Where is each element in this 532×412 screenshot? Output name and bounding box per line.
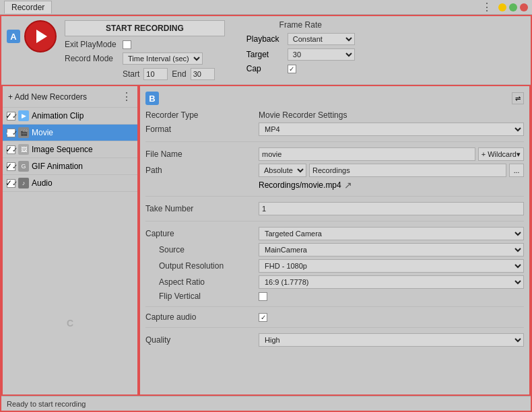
recorder-type-label: Recorder Type (145, 110, 253, 120)
title-bar: Recorder ⋮ (0, 0, 532, 15)
full-path-row: Recordings/movie.mp4 ↗ (259, 180, 524, 191)
start-input[interactable] (143, 68, 168, 80)
recorder-item-animation-clip[interactable]: ✓ ▶ Animation Clip (3, 108, 137, 125)
target-row: Target 30 (246, 48, 355, 61)
path-folder-input[interactable] (309, 164, 506, 177)
aspect-ratio-label: Aspect Ratio (145, 277, 253, 287)
image-sequence-icon: 🖼 (18, 144, 29, 155)
quality-select[interactable]: High (259, 333, 524, 347)
playback-select[interactable]: Constant (288, 33, 355, 45)
menu-dots[interactable]: ⋮ (481, 1, 493, 13)
minimize-button[interactable] (498, 3, 506, 11)
frame-rate-title: Frame Rate (246, 20, 355, 30)
record-mode-label: Record Mode (65, 54, 119, 63)
browse-button[interactable]: ... (509, 164, 524, 177)
panel-settings-icon[interactable]: ⇌ (512, 92, 524, 104)
format-label: Format (145, 125, 253, 134)
take-number-input[interactable] (259, 202, 524, 215)
settings-grid: Recorder Type Movie Recorder Settings Fo… (145, 110, 524, 347)
exit-playmode-row: Exit PlayMode (65, 40, 225, 49)
file-name-input[interactable] (259, 147, 475, 161)
capture-select[interactable]: Targeted Camera (259, 227, 524, 240)
divider-2 (145, 196, 524, 197)
divider-5 (145, 327, 524, 328)
recorder-item-gif-animation[interactable]: ✓ G GIF Animation (3, 158, 137, 175)
end-label: End (172, 69, 186, 79)
more-options-icon[interactable]: ⋮ (121, 90, 132, 103)
animation-clip-checkbox[interactable]: ✓ (7, 112, 15, 121)
main-window: A START RECORDING Exit PlayMode Record M… (0, 15, 532, 412)
target-select[interactable]: 30 (288, 48, 355, 61)
audio-icon: ♪ (18, 178, 29, 188)
path-type-select[interactable]: Absolute (259, 164, 306, 177)
section-b-badge: B (145, 92, 159, 105)
section-c-badge: C (3, 251, 137, 394)
aspect-ratio-select[interactable]: 16:9 (1.7778) (259, 275, 524, 289)
exit-playmode-checkbox[interactable] (123, 40, 131, 49)
status-message: Ready to start recording (7, 400, 86, 408)
right-panel-header: B ⇌ (145, 92, 524, 105)
gif-animation-icon: G (18, 161, 29, 172)
open-folder-icon[interactable]: ↗ (344, 180, 352, 191)
start-recording-button[interactable]: START RECORDING (65, 20, 225, 36)
flip-vertical-label: Flip Vertical (145, 291, 253, 301)
capture-label: Capture (145, 229, 253, 238)
cap-row: Cap ✓ (246, 64, 355, 73)
capture-audio-checkbox[interactable]: ✓ (259, 313, 267, 322)
cap-checkbox[interactable]: ✓ (288, 65, 296, 73)
add-recorders-button[interactable]: + Add New Recorders (8, 92, 87, 102)
file-name-label: File Name (145, 149, 253, 159)
recorder-item-image-sequence[interactable]: ✓ 🖼 Image Sequence (3, 141, 137, 158)
start-end-row: Start End (65, 68, 225, 80)
record-mode-select[interactable]: Time Interval (sec) (123, 53, 203, 65)
flip-vertical-checkbox[interactable] (259, 292, 267, 301)
take-number-label: Take Number (145, 204, 253, 213)
playback-label: Playback (246, 34, 284, 44)
recorder-item-movie[interactable]: ✓ 🎬 Movie (3, 125, 137, 141)
divider-4 (145, 306, 524, 307)
quality-label: Quality (145, 335, 253, 345)
left-panel-header: + Add New Recorders ⋮ (3, 86, 137, 108)
play-button[interactable] (24, 20, 57, 53)
recorder-list: ✓ ▶ Animation Clip ✓ 🎬 Movie ✓ 🖼 Image S… (3, 108, 137, 251)
section-a-badge: A (7, 30, 20, 43)
recorder-tab[interactable]: Recorder (4, 1, 52, 13)
format-select[interactable]: MP4 (259, 123, 524, 136)
image-sequence-checkbox[interactable]: ✓ (7, 145, 15, 154)
right-panel: B ⇌ Recorder Type Movie Recorder Setting… (139, 85, 531, 396)
audio-checkbox[interactable]: ✓ (7, 179, 15, 188)
movie-label: Movie (32, 128, 53, 137)
capture-audio-label: Capture audio (145, 312, 253, 322)
source-label: Source (145, 245, 253, 254)
close-button[interactable] (520, 3, 528, 11)
gif-animation-label: GIF Animation (32, 162, 83, 171)
divider-3 (145, 221, 524, 221)
divider-1 (145, 141, 524, 142)
image-sequence-label: Image Sequence (32, 145, 93, 154)
animation-clip-label: Animation Clip (32, 111, 84, 121)
recorder-type-value: Movie Recorder Settings (259, 110, 524, 120)
record-mode-row: Record Mode Time Interval (sec) (65, 53, 225, 65)
target-label: Target (246, 50, 284, 59)
output-resolution-label: Output Resolution (145, 261, 253, 271)
animation-clip-icon: ▶ (18, 110, 29, 121)
source-select[interactable]: MainCamera (259, 243, 524, 256)
output-resolution-select[interactable]: FHD - 1080p (259, 259, 524, 273)
path-label: Path (145, 166, 253, 175)
left-panel: + Add New Recorders ⋮ ✓ ▶ Animation Clip… (1, 85, 139, 396)
movie-checkbox[interactable]: ✓ (7, 129, 15, 137)
status-bar: Ready to start recording (1, 396, 531, 411)
audio-label: Audio (32, 178, 53, 188)
wildcard-button[interactable]: + Wildcard▾ (478, 147, 524, 161)
recorder-item-audio[interactable]: ✓ ♪ Audio (3, 175, 137, 192)
maximize-button[interactable] (509, 3, 517, 11)
frame-rate-section: Frame Rate Playback Constant Target 30 C… (246, 20, 355, 73)
path-row: Absolute ... (259, 164, 524, 177)
start-label: Start (123, 69, 139, 79)
gif-animation-checkbox[interactable]: ✓ (7, 162, 15, 171)
toolbar: A START RECORDING Exit PlayMode Record M… (1, 16, 531, 85)
toolbar-main: START RECORDING Exit PlayMode Record Mod… (65, 20, 225, 80)
file-name-row: + Wildcard▾ (259, 147, 524, 161)
movie-icon: 🎬 (18, 127, 29, 138)
end-input[interactable] (191, 68, 215, 80)
